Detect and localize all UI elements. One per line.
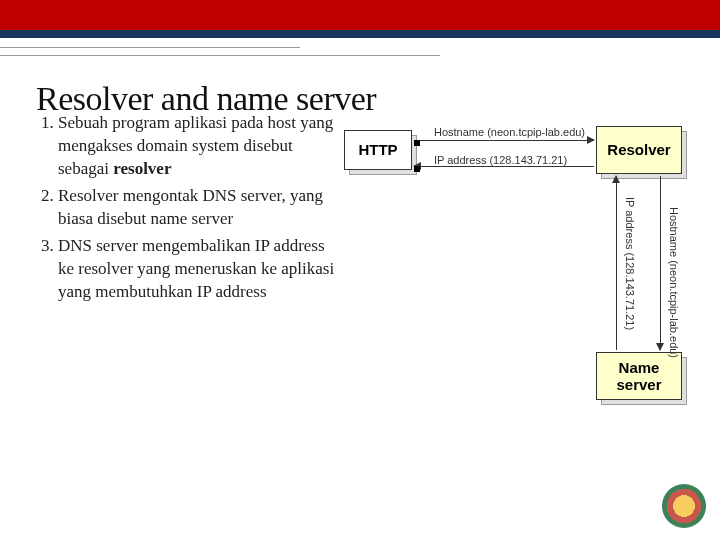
box-label: Resolver [607,141,670,158]
list-text: Sebuah program aplikasi pada host yang m… [58,113,333,178]
diagram: HTTP Resolver Name server Hostname (neon… [344,112,700,472]
arrow-label-hostname-vertical: Hostname (neon.tcpip-lab.edu) [668,207,680,358]
divider-line [0,55,440,56]
box-label: Name server [597,359,681,394]
slide-content: Resolver and name server Sebuah program … [36,80,700,530]
list-item: Resolver mengontak DNS server, yang bias… [58,185,336,231]
text-column: Sebuah program aplikasi pada host yang m… [36,112,336,308]
divider-line [0,47,300,48]
arrow-label-ip-vertical: IP address (128.143.71.21) [624,197,636,330]
list-item: DNS server mengembalikan IP address ke r… [58,235,336,304]
header-blue-bar [0,30,720,38]
arrow-label-hostname: Hostname (neon.tcpip-lab.edu) [434,126,585,138]
box-http: HTTP [344,130,412,170]
arrow-down-icon [660,176,661,350]
box-name-server: Name server [596,352,682,400]
keyword-resolver: resolver [113,159,171,178]
arrow-label-ip: IP address (128.143.71.21) [434,154,567,166]
arrow-right-icon [414,140,594,141]
box-resolver: Resolver [596,126,682,174]
list-item: Sebuah program aplikasi pada host yang m… [58,112,336,181]
numbered-list: Sebuah program aplikasi pada host yang m… [36,112,336,304]
arrow-left-icon [414,166,594,167]
university-logo-icon [662,484,706,528]
arrow-up-icon [616,176,617,350]
box-label: HTTP [358,141,397,158]
